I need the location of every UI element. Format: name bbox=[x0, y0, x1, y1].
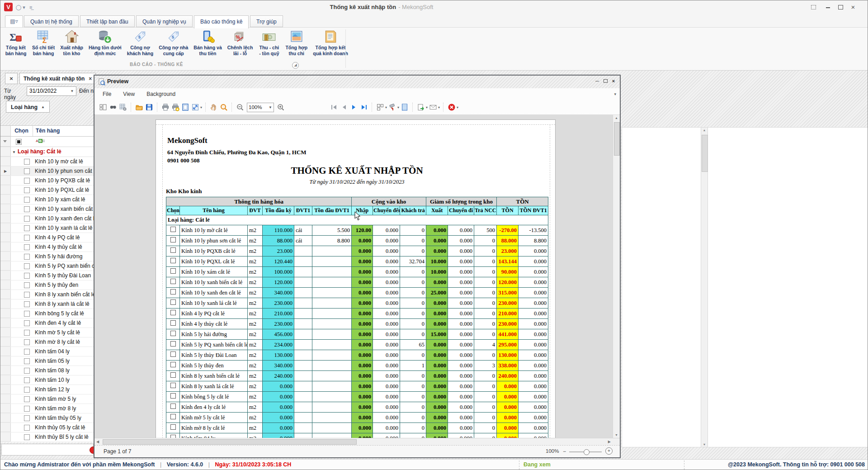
product-row[interactable]: Kính bông 5 ly cắt lẻ bbox=[0, 309, 94, 318]
row-checkbox[interactable] bbox=[24, 263, 30, 269]
row-checkbox[interactable] bbox=[24, 368, 30, 374]
row-checkbox[interactable] bbox=[24, 301, 30, 307]
zoom-slider-handle[interactable] bbox=[584, 449, 590, 455]
grid-settings-icon[interactable] bbox=[119, 103, 127, 111]
product-row[interactable]: Kính thủy 05 ly cắt lẻ bbox=[0, 423, 94, 432]
preview-close-button[interactable]: × bbox=[610, 78, 617, 85]
row-checkbox[interactable] bbox=[24, 235, 30, 241]
application-menu-button[interactable]: ▤▿ bbox=[5, 15, 23, 28]
first-page-icon[interactable] bbox=[330, 103, 338, 111]
minimize-button[interactable] bbox=[822, 3, 833, 11]
row-checkbox[interactable] bbox=[24, 311, 30, 317]
scroll-up-icon[interactable]: ▲ bbox=[701, 128, 708, 132]
row-checkbox[interactable] bbox=[24, 187, 30, 193]
ribbon-button-sales-detail[interactable]: ΣSổ chi tiết bán hàng bbox=[29, 28, 57, 57]
export-icon[interactable] bbox=[417, 103, 425, 111]
group-dialog-launcher-icon[interactable]: ◢ bbox=[292, 62, 299, 69]
product-row[interactable]: Kính 5 ly thủy Đài Loan bbox=[0, 271, 94, 280]
ribbon-button-business-result[interactable]: Tổng hợp kết quả kinh doanh bbox=[310, 28, 351, 57]
stop-dropdown-icon[interactable]: ▾ bbox=[457, 105, 458, 109]
row-checkbox[interactable] bbox=[24, 254, 30, 260]
ribbon-tab-quản-trị-hệ-thống[interactable]: Quản trị hệ thống bbox=[24, 15, 79, 27]
product-row[interactable]: Kính tấm 12 ly bbox=[0, 385, 94, 394]
row-checkbox[interactable] bbox=[24, 434, 30, 440]
scroll-left-icon[interactable]: ◀ bbox=[96, 439, 99, 445]
tab-close-icon[interactable]: × bbox=[89, 76, 92, 82]
scrollbar[interactable]: ▲ ▼ bbox=[701, 128, 708, 447]
row-checkbox[interactable] bbox=[24, 330, 30, 336]
product-row[interactable]: Kính 10 ly xám cắt lẻ bbox=[0, 195, 94, 204]
zoom-out-icon[interactable]: − bbox=[563, 448, 566, 455]
product-row[interactable]: Kính 10 ly PQXB cắt lẻ bbox=[0, 176, 94, 185]
row-checkbox[interactable] bbox=[24, 244, 30, 250]
ribbon-tab-quản-lý-nghiệp-vụ[interactable]: Quản lý nghiệp vụ bbox=[136, 15, 193, 27]
row-checkbox[interactable] bbox=[24, 396, 30, 402]
zoom-combo[interactable]: 100%▼ bbox=[247, 103, 274, 112]
filter-checkbox[interactable] bbox=[16, 139, 22, 145]
open-folder-icon[interactable] bbox=[135, 103, 143, 111]
row-checkbox[interactable] bbox=[24, 387, 30, 393]
scroll-thumb[interactable] bbox=[103, 439, 357, 445]
row-checkbox[interactable] bbox=[24, 282, 30, 288]
ribbon-tab-báo-cáo-thống-kê[interactable]: Báo cáo thống kê bbox=[194, 15, 249, 28]
thumbnails-icon[interactable] bbox=[99, 103, 107, 111]
row-checkbox[interactable] bbox=[24, 225, 30, 231]
scroll-thumb[interactable] bbox=[614, 122, 620, 156]
magnifier-icon[interactable] bbox=[220, 103, 228, 111]
row-checkbox[interactable] bbox=[24, 339, 30, 345]
preview-maximize-button[interactable] bbox=[602, 78, 609, 85]
row-checkbox[interactable] bbox=[24, 273, 30, 279]
preview-minimize-button[interactable]: ─ bbox=[594, 78, 601, 85]
prev-page-icon[interactable] bbox=[340, 103, 348, 111]
scroll-up-icon[interactable]: ▲ bbox=[613, 116, 620, 119]
product-row[interactable]: Kính 10 ly PQXL cắt lẻ bbox=[0, 185, 94, 195]
scroll-down-icon[interactable]: ▼ bbox=[701, 443, 708, 446]
product-row[interactable]: Kính 4 ly PQ cắt lẻ bbox=[0, 233, 94, 242]
menu-background[interactable]: Background bbox=[146, 88, 175, 100]
row-checkbox[interactable] bbox=[24, 159, 30, 165]
product-row[interactable]: Kính 10 ly xanh đen cắt lẻ bbox=[0, 214, 94, 223]
row-checkbox[interactable] bbox=[24, 377, 30, 383]
search-icon[interactable] bbox=[109, 103, 117, 111]
menu-overflow-icon[interactable]: ▾ bbox=[614, 88, 616, 100]
page-color-icon[interactable] bbox=[388, 103, 396, 111]
product-row[interactable]: Kính 10 ly xanh lá cắt lẻ bbox=[0, 223, 94, 233]
ribbon-button-warehouse[interactable]: Xuất nhập tồn kho bbox=[57, 28, 86, 57]
grid-group-row[interactable]: ▼ Loại hàng: Cắt lẻ bbox=[0, 147, 94, 157]
ribbon-button-income-expense[interactable]: Tổng hợp thu chi bbox=[283, 28, 310, 57]
row-checkbox[interactable] bbox=[24, 168, 30, 174]
close-tab-button[interactable]: × bbox=[5, 73, 18, 84]
chevron-down-icon[interactable]: ▼ bbox=[69, 87, 75, 95]
ribbon-button-cash-fund[interactable]: Thu - chi - tồn quỹ bbox=[255, 28, 283, 57]
grid-filter-row[interactable]: ABC bbox=[0, 137, 94, 147]
product-row[interactable]: Kính tấm 04 ly bbox=[0, 347, 94, 356]
ribbon-button-supplier-debt[interactable]: $Công nợ nhà cung cấp bbox=[156, 28, 191, 57]
row-checkbox[interactable] bbox=[24, 425, 30, 431]
product-row[interactable]: Kính 10 ly xanh biển cắt lẻ bbox=[0, 204, 94, 214]
product-row[interactable]: Kính tấm 08 ly bbox=[0, 366, 94, 375]
menu-view[interactable]: View bbox=[123, 88, 135, 100]
scale-dropdown-icon[interactable]: ▾ bbox=[200, 105, 202, 109]
row-checkbox[interactable] bbox=[24, 358, 30, 364]
ribbon-button-customer-debt[interactable]: $Công nợ khách hàng bbox=[124, 28, 156, 57]
close-button[interactable]: × bbox=[848, 3, 859, 11]
row-checkbox[interactable] bbox=[24, 349, 30, 355]
ribbon-button-low-stock[interactable]: Hàng tồn dưới định mức bbox=[86, 28, 124, 57]
fullscreen-button[interactable] bbox=[808, 3, 819, 11]
product-row[interactable]: Kính tấm thủy 05 ly bbox=[0, 413, 94, 423]
tab-thong-ke-xuat-nhap-ton[interactable]: Thống kê xuất nhập tồn× bbox=[19, 73, 96, 84]
row-checkbox[interactable] bbox=[24, 415, 30, 421]
row-checkbox[interactable] bbox=[24, 206, 30, 212]
product-row[interactable]: Kính 10 ly mờ cắt lẻ bbox=[0, 157, 94, 166]
quick-print-icon[interactable] bbox=[171, 103, 179, 111]
page-setup-icon[interactable] bbox=[181, 103, 189, 111]
row-checkbox[interactable] bbox=[24, 292, 30, 298]
product-row[interactable]: Kính tấm mờ 5 ly bbox=[0, 394, 94, 404]
watermark-icon[interactable] bbox=[401, 103, 409, 111]
product-row[interactable]: Kính 5 ly PQ xanh biển cắt lẻ bbox=[0, 261, 94, 271]
product-row[interactable]: Kính đen 4 ly cắt lẻ bbox=[0, 318, 94, 328]
chevron-down-icon[interactable]: ▼ bbox=[269, 105, 272, 109]
row-checkbox[interactable] bbox=[24, 406, 30, 412]
product-row[interactable]: Kính 5 ly hải đường bbox=[0, 252, 94, 261]
zoom-in-icon[interactable] bbox=[277, 103, 285, 111]
